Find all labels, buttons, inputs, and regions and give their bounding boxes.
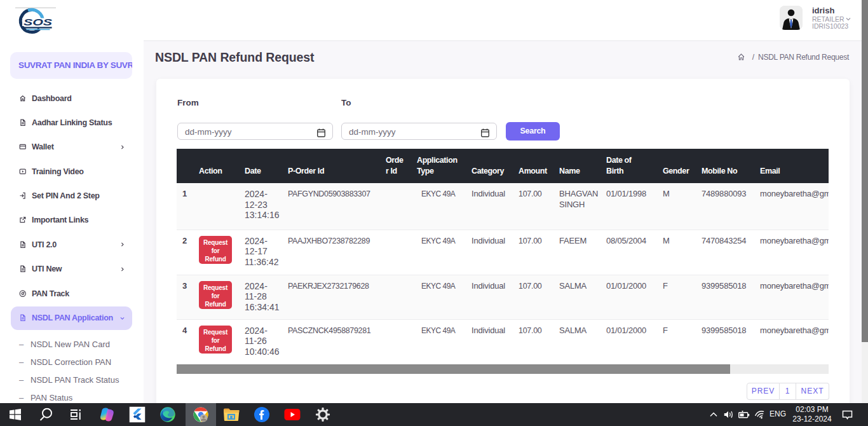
svg-text:SOS: SOS <box>24 17 53 27</box>
